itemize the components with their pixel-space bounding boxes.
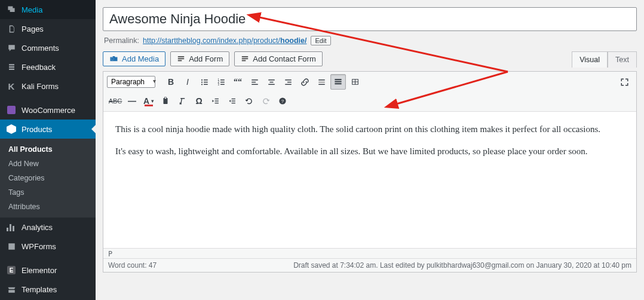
blockquote-button[interactable]: ““: [230, 74, 246, 90]
contact-form-icon: [241, 55, 249, 63]
svg-rect-32: [335, 81, 341, 82]
sidebar-item-templates[interactable]: Templates: [0, 280, 96, 299]
svg-rect-22: [268, 79, 275, 81]
sidebar-label: Comments: [22, 44, 59, 53]
wpforms-icon: [6, 241, 17, 252]
format-select: Paragraph: [107, 76, 155, 88]
content-paragraph: This is a cool ninja hoodie made with hi…: [115, 123, 624, 136]
sidebar-label: Products: [22, 125, 52, 134]
table-button[interactable]: [347, 74, 363, 90]
sidebar-label: Pages: [22, 25, 44, 33]
svg-rect-25: [285, 79, 292, 81]
svg-rect-29: [318, 81, 325, 82]
permalink-row: Permalink: http://starttheblog.com/index…: [104, 36, 636, 45]
add-media-button[interactable]: Add Media: [103, 51, 165, 66]
product-title-input[interactable]: [103, 7, 637, 31]
svg-point-7: [201, 79, 202, 80]
main-content: Permalink: http://starttheblog.com/index…: [96, 0, 644, 300]
submenu-tags[interactable]: Tags: [0, 185, 96, 200]
link-button[interactable]: [297, 74, 312, 90]
svg-rect-41: [215, 103, 219, 103]
svg-rect-39: [215, 99, 219, 99]
admin-sidebar: Media Pages Comments Feedback K Kali For…: [0, 0, 96, 300]
permalink-label: Permalink:: [104, 36, 139, 45]
sidebar-item-elementor[interactable]: E Elementor: [0, 261, 96, 280]
camera-icon: [109, 54, 118, 63]
svg-point-9: [201, 81, 202, 82]
svg-rect-12: [204, 84, 208, 85]
special-char-button[interactable]: Ω: [191, 93, 207, 109]
editor-tabs: Visual Text: [572, 51, 637, 68]
svg-rect-21: [252, 84, 258, 85]
numbered-list-button[interactable]: 123: [213, 74, 229, 90]
horizontal-rule-button[interactable]: —: [124, 93, 140, 109]
sidebar-item-pages[interactable]: Pages: [0, 19, 96, 38]
tab-visual[interactable]: Visual: [572, 51, 608, 68]
analytics-icon: [6, 222, 17, 232]
paste-text-button[interactable]: [158, 93, 173, 109]
insert-more-button[interactable]: [314, 74, 329, 90]
toolbar-toggle-button[interactable]: [330, 74, 346, 90]
pages-icon: [6, 23, 17, 34]
permalink-edit-button[interactable]: Edit: [311, 36, 332, 45]
editor-path-row: P: [103, 248, 636, 258]
clear-formatting-button[interactable]: [174, 93, 190, 109]
sidebar-item-feedback[interactable]: Feedback: [0, 57, 96, 76]
text-color-button[interactable]: A ▾: [141, 93, 157, 109]
sidebar-item-kaliforms[interactable]: K Kali Forms: [0, 76, 96, 96]
editor-box: Paragraph B I 123 ““: [103, 71, 637, 273]
submenu-categories[interactable]: Categories: [0, 171, 96, 185]
svg-rect-4: [242, 56, 248, 57]
svg-rect-19: [252, 79, 258, 81]
sidebar-label: WPForms: [22, 242, 56, 251]
sidebar-item-media[interactable]: Media: [0, 0, 96, 19]
permalink-link[interactable]: http://starttheblog.com/index.php/produc…: [143, 36, 306, 45]
sidebar-label: Feedback: [22, 63, 56, 72]
editor-textarea[interactable]: This is a cool ninja hoodie made with hi…: [103, 112, 636, 248]
submenu-all-products[interactable]: All Products: [0, 142, 96, 157]
sidebar-item-analytics[interactable]: Analytics: [0, 218, 96, 237]
align-center-button[interactable]: [263, 74, 279, 90]
undo-button[interactable]: [241, 93, 257, 109]
sidebar-submenu-products: All Products Add New Categories Tags Att…: [0, 139, 96, 218]
word-count: Word count: 47: [108, 261, 157, 270]
submenu-attributes[interactable]: Attributes: [0, 200, 96, 214]
svg-rect-28: [318, 79, 325, 81]
indent-button[interactable]: [225, 93, 240, 109]
sidebar-label: Elementor: [22, 266, 57, 275]
sidebar-label: Media: [22, 5, 42, 14]
svg-rect-42: [232, 99, 235, 99]
media-icon: [6, 4, 17, 15]
sidebar-label: Analytics: [22, 223, 53, 232]
sidebar-item-products[interactable]: Products: [0, 120, 96, 139]
align-right-button[interactable]: [280, 74, 296, 90]
strikethrough-button[interactable]: ABC: [108, 93, 123, 109]
align-left-button[interactable]: [247, 74, 262, 90]
format-select-wrap[interactable]: Paragraph: [107, 76, 159, 88]
element-path: P: [108, 250, 112, 258]
sidebar-item-wpforms[interactable]: WPForms: [0, 237, 96, 256]
svg-rect-20: [252, 81, 256, 82]
tab-text[interactable]: Text: [608, 51, 637, 68]
kali-icon: K: [6, 81, 17, 91]
svg-rect-8: [204, 79, 208, 81]
media-button-row: Add Media Add Form Add Contact Form Visu…: [103, 51, 637, 68]
italic-button[interactable]: I: [180, 74, 195, 90]
svg-rect-6: [242, 60, 246, 61]
bold-button[interactable]: B: [163, 74, 179, 90]
fullscreen-button[interactable]: [617, 74, 632, 90]
bullet-list-button[interactable]: [197, 74, 212, 90]
submenu-add-new[interactable]: Add New: [0, 157, 96, 171]
templates-icon: [6, 284, 17, 295]
svg-rect-10: [204, 81, 208, 82]
svg-rect-23: [269, 81, 273, 82]
sidebar-item-woocommerce[interactable]: WooCommerce: [0, 100, 96, 120]
sidebar-item-comments[interactable]: Comments: [0, 38, 96, 57]
add-form-button[interactable]: Add Form: [170, 51, 229, 66]
outdent-button[interactable]: [208, 93, 223, 109]
help-button[interactable]: ?: [275, 93, 290, 109]
svg-rect-16: [220, 81, 225, 82]
svg-rect-30: [318, 84, 325, 85]
redo-button[interactable]: [258, 93, 274, 109]
add-contact-form-button[interactable]: Add Contact Form: [234, 51, 323, 66]
